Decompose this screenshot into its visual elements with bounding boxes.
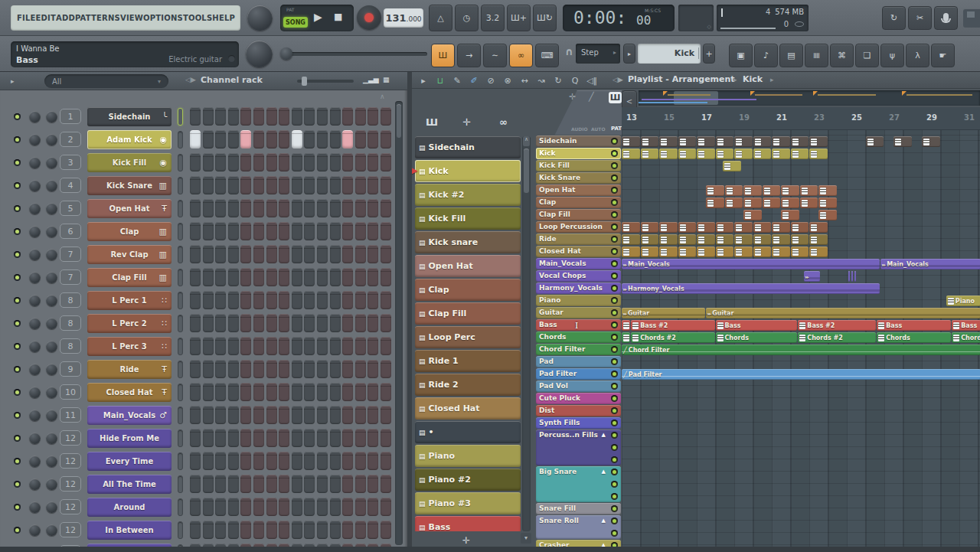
add-pattern-button[interactable]: + [703,44,715,64]
step-cell[interactable] [228,452,239,470]
step-cell[interactable] [317,153,328,171]
channel-selector-strip[interactable] [178,269,183,286]
step-cell[interactable] [317,130,328,149]
step-cell[interactable] [381,222,391,240]
step-cell[interactable] [330,291,341,309]
audio-clip-sliver[interactable] [848,271,850,282]
picker-scrollbar-thumb[interactable] [524,149,529,193]
step-cell[interactable] [304,475,315,493]
pattern-clip[interactable] [734,222,753,233]
step-cell[interactable] [381,406,391,424]
audio-clip-guitar[interactable]: ▸▸Guitar [622,308,705,318]
rack-scrollbar[interactable] [395,101,403,545]
pattern-clip-chord[interactable]: Chord [952,332,980,343]
channel-led[interactable] [14,527,21,534]
step-cell[interactable] [304,314,315,332]
step-cell[interactable] [342,498,353,516]
step-cell[interactable] [190,153,201,171]
channel-led[interactable] [14,366,21,373]
step-cell[interactable] [215,475,226,493]
menu-file[interactable]: FILE [17,14,36,22]
channel-button[interactable]: Clap▥ [87,222,172,241]
channel-mixer-track-number[interactable]: 7 [60,269,81,285]
step-cell[interactable] [330,360,341,378]
channel-volume-knob[interactable] [46,226,57,237]
step-cell[interactable] [304,222,315,240]
channel-pan-knob[interactable] [29,295,41,306]
track-led[interactable] [611,371,618,377]
audio-clip-main-vocals[interactable]: ▸▸Main_Vocals [622,259,880,269]
step-cell[interactable] [292,383,302,401]
pattern-clip[interactable] [922,136,940,147]
step-cell[interactable] [330,107,341,126]
channel-volume-knob[interactable] [46,134,57,145]
step-cell[interactable] [228,268,239,286]
step-cell[interactable] [228,107,239,126]
channel-button[interactable]: Clap Fill▥ [87,268,172,287]
touch-controller-button[interactable]: λ [906,44,929,67]
step-cell[interactable] [203,406,214,424]
channel-volume-knob[interactable] [46,501,57,513]
step-cell[interactable] [292,475,302,493]
pattern-clip-chords[interactable]: Chords [716,332,798,343]
pattern-clip[interactable] [734,234,753,245]
pattern-clip[interactable] [659,234,678,245]
track-header-closed-hat[interactable]: Closed Hat [536,246,621,257]
step-cell[interactable] [190,176,201,194]
pattern-clip[interactable] [791,222,809,233]
step-cell[interactable] [304,291,315,309]
step-cell[interactable] [203,383,214,401]
channel-button[interactable]: Kick Fill◉ [87,153,172,172]
auto-clip-chord-filter[interactable]: ╱Chord Filter [622,345,980,355]
channel-led[interactable] [14,251,21,258]
step-cell[interactable] [304,429,315,447]
pattern-clip[interactable] [706,185,724,196]
step-cell[interactable] [240,222,251,240]
step-cell[interactable] [253,475,264,493]
step-cell[interactable] [215,107,226,126]
playlist-grid[interactable]: ▸▸Main_Vocals▸▸Main_Vocals▸▸▸▸Harmony_Vo… [622,130,980,552]
pattern-clip[interactable] [791,247,809,257]
channel-mixer-track-number[interactable]: 12 [60,522,81,537]
step-cell[interactable] [279,245,289,263]
step-cell[interactable] [304,521,315,539]
step-cell[interactable] [266,268,277,286]
step-cell[interactable] [240,383,251,401]
step-cell[interactable] [203,498,214,516]
step-cell[interactable] [228,291,239,309]
step-cell[interactable] [381,130,391,149]
track-led[interactable] [611,493,618,500]
step-cell[interactable] [317,360,328,378]
track-led[interactable] [611,297,618,304]
step-cell[interactable] [215,498,226,516]
step-cell[interactable] [215,452,226,470]
countdown-button[interactable]: 3.2 [481,5,505,31]
step-cell[interactable] [330,521,341,539]
channel-pan-knob[interactable] [29,134,41,145]
step-cell[interactable] [368,130,378,149]
pattern-clip[interactable] [763,198,781,208]
step-cell[interactable] [317,314,328,332]
channel-pan-knob[interactable] [29,157,41,168]
picker-scrollbar[interactable]: ∧ [522,136,531,531]
step-cell[interactable] [292,107,302,126]
pattern-item-kick-fill[interactable]: ▤Kick Fill [415,207,521,230]
step-cell[interactable] [240,498,251,516]
channel-selector-strip[interactable] [178,223,183,240]
channel-mixer-track-number[interactable]: 11 [60,407,81,423]
pattern-clip[interactable] [716,136,734,147]
track-led[interactable] [611,505,618,512]
sync-button[interactable]: ↻ [882,6,906,30]
channel-selector-strip[interactable] [178,131,183,149]
pattern-clip[interactable] [716,222,734,233]
step-cell[interactable] [304,107,315,126]
play-button[interactable]: ▶ [314,11,322,23]
track-header-cute-pluck[interactable]: Cute Pluck [536,393,621,404]
step-cell[interactable] [190,107,201,126]
step-cell[interactable] [381,176,391,194]
mic-button[interactable] [934,6,958,30]
pattern-clip[interactable] [716,149,734,159]
channel-volume-knob[interactable] [46,479,57,490]
pattern-clip[interactable] [734,149,753,159]
step-cell[interactable] [381,429,391,447]
